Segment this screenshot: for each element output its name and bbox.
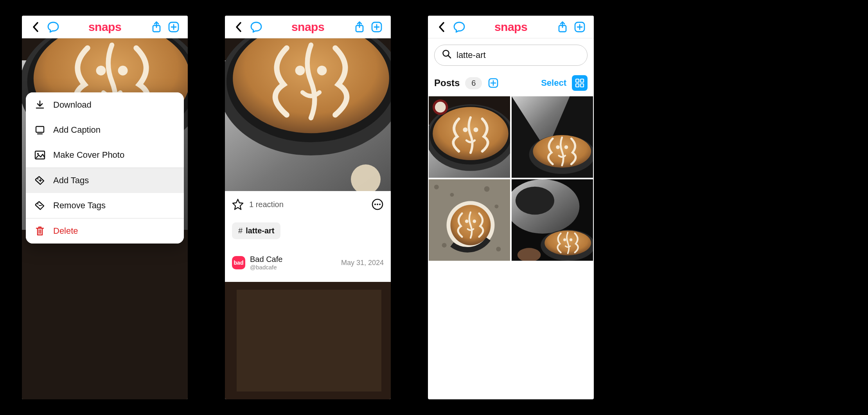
svg-point-22 [379, 204, 381, 205]
add-icon[interactable] [573, 20, 587, 34]
svg-line-28 [448, 56, 451, 58]
image-icon [34, 150, 45, 161]
more-icon[interactable] [371, 198, 384, 211]
context-menu: Download Add Caption Make Cover Photo Ad… [26, 92, 184, 244]
svg-rect-24 [237, 290, 381, 392]
svg-rect-31 [580, 79, 584, 82]
menu-label: Download [53, 100, 92, 110]
svg-point-45 [496, 247, 501, 251]
menu-add-tags[interactable]: Add Tags [26, 168, 184, 193]
author-handle: @badcafe [250, 264, 282, 271]
tag-chip[interactable]: # latte-art [232, 222, 280, 239]
post-photo-below [225, 282, 391, 399]
posts-label: Posts [434, 78, 460, 88]
post-detail: 1 reaction # latte-art bad Bad Cafe @bad… [225, 191, 391, 279]
thumbnail[interactable] [429, 96, 510, 178]
svg-point-41 [434, 185, 439, 189]
svg-point-42 [450, 193, 454, 197]
app-logo: snaps [468, 20, 554, 34]
download-icon [34, 99, 45, 110]
menu-delete[interactable]: Delete [26, 218, 184, 244]
phone-screen-1: snaps Download Add Caption [22, 16, 188, 399]
caption-icon [34, 125, 45, 135]
posts-row: Posts 6 Select [428, 70, 594, 96]
grid-view-icon[interactable] [572, 75, 588, 91]
select-button[interactable]: Select [541, 78, 566, 88]
menu-add-caption[interactable]: Add Caption [26, 117, 184, 143]
post-photo[interactable] [225, 38, 391, 191]
menu-make-cover[interactable]: Make Cover Photo [26, 143, 184, 168]
search-input[interactable]: latte-art [434, 45, 588, 66]
avatar[interactable]: bad [232, 256, 245, 269]
tag-label: latte-art [246, 226, 274, 235]
svg-rect-33 [580, 84, 584, 87]
menu-remove-tags[interactable]: Remove Tags [26, 193, 184, 218]
posts-count: 6 [465, 77, 482, 89]
chat-icon[interactable] [452, 20, 466, 34]
svg-point-14 [37, 203, 38, 204]
menu-label: Add Tags [53, 175, 89, 186]
svg-point-46 [494, 204, 498, 208]
phone-screen-2: snaps 1 reaction # latte-art [225, 16, 391, 399]
thumbnail[interactable] [429, 179, 510, 261]
add-icon[interactable] [370, 20, 384, 34]
svg-point-44 [442, 243, 447, 247]
svg-point-51 [516, 187, 554, 215]
header: snaps [428, 16, 594, 38]
back-icon[interactable] [29, 20, 43, 34]
share-icon[interactable] [149, 20, 164, 34]
svg-rect-32 [576, 84, 579, 87]
chat-icon[interactable] [249, 20, 263, 34]
svg-point-20 [374, 204, 376, 205]
author-info[interactable]: Bad Cafe @badcafe [250, 255, 282, 271]
star-icon[interactable] [232, 198, 244, 210]
search-wrap: latte-art [428, 38, 594, 70]
app-logo: snaps [265, 20, 351, 34]
svg-point-36 [435, 102, 446, 113]
back-icon[interactable] [232, 20, 246, 34]
menu-label: Add Caption [53, 125, 101, 135]
thumbnail[interactable] [512, 179, 593, 261]
header: snaps [22, 16, 188, 38]
svg-rect-30 [576, 79, 579, 82]
chat-icon[interactable] [46, 20, 60, 34]
svg-point-21 [377, 204, 378, 205]
menu-label: Delete [53, 226, 78, 236]
svg-point-12 [37, 153, 39, 155]
reactions-text: 1 reaction [249, 200, 366, 209]
search-value: latte-art [456, 50, 486, 60]
add-post-icon[interactable] [487, 77, 499, 89]
svg-rect-9 [36, 126, 44, 132]
post-date: May 31, 2024 [341, 259, 384, 267]
menu-label: Remove Tags [53, 200, 106, 211]
header: snaps [225, 16, 391, 38]
svg-point-43 [484, 186, 490, 192]
hash-icon: # [238, 226, 243, 235]
menu-label: Make Cover Photo [53, 150, 124, 160]
phone-screen-3: snaps latte-art Posts 6 Select [428, 16, 594, 399]
app-logo: snaps [62, 20, 148, 34]
svg-point-13 [37, 178, 38, 179]
search-icon [442, 49, 452, 61]
share-icon[interactable] [555, 20, 570, 34]
tag-add-icon [34, 175, 45, 186]
back-icon[interactable] [435, 20, 449, 34]
thumbnail-grid [428, 96, 594, 261]
tag-remove-icon [34, 200, 45, 211]
reactions-row: 1 reaction [232, 198, 384, 211]
share-icon[interactable] [352, 20, 367, 34]
trash-icon [34, 226, 45, 236]
add-icon[interactable] [167, 20, 181, 34]
menu-download[interactable]: Download [26, 92, 184, 117]
thumbnail[interactable] [512, 96, 593, 178]
author-row: bad Bad Cafe @badcafe May 31, 2024 [232, 255, 384, 271]
author-name: Bad Cafe [250, 255, 282, 264]
